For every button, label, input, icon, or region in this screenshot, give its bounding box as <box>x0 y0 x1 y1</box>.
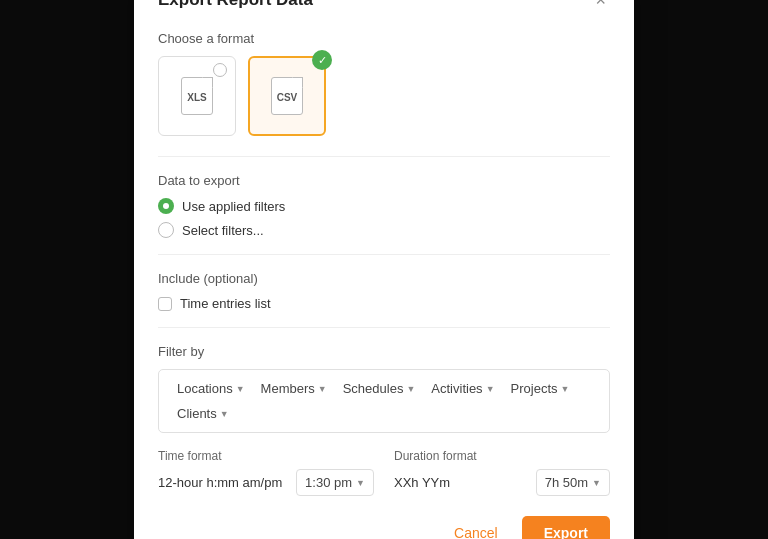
divider-1 <box>158 156 610 157</box>
divider-3 <box>158 327 610 328</box>
time-format-dropdown[interactable]: 1:30 pm ▼ <box>296 469 374 496</box>
xls-icon-wrap: XLS <box>181 77 213 115</box>
time-entries-row: Time entries list <box>158 296 610 311</box>
cancel-button[interactable]: Cancel <box>442 517 510 539</box>
duration-dropdown-chevron: ▼ <box>592 478 601 488</box>
filter-projects[interactable]: Projects ▼ <box>505 378 576 399</box>
duration-format-col: Duration format XXh YYm 7h 50m ▼ <box>394 449 610 496</box>
time-entries-checkbox[interactable] <box>158 297 172 311</box>
format-options: XLS ✓ CSV <box>158 56 610 136</box>
select-filters-row: Select filters... <box>158 222 610 238</box>
format-row: Time format 12-hour h:mm am/pm 1:30 pm ▼… <box>158 449 610 496</box>
applied-filters-label: Use applied filters <box>182 199 285 214</box>
csv-check-badge: ✓ <box>312 50 332 70</box>
format-csv[interactable]: ✓ CSV <box>248 56 326 136</box>
filter-clients[interactable]: Clients ▼ <box>171 403 235 424</box>
schedules-chevron: ▼ <box>406 384 415 394</box>
duration-format-value: XXh YYm <box>394 475 528 490</box>
time-format-col: Time format 12-hour h:mm am/pm 1:30 pm ▼ <box>158 449 374 496</box>
xls-doc-icon: XLS <box>181 77 213 115</box>
close-button[interactable]: × <box>591 0 610 11</box>
time-dropdown-chevron: ▼ <box>356 478 365 488</box>
modal-footer: Cancel Export <box>158 516 610 539</box>
filter-label: Filter by <box>158 344 610 359</box>
duration-format-dropdown[interactable]: 7h 50m ▼ <box>536 469 610 496</box>
csv-label: CSV <box>277 92 298 103</box>
xls-label: XLS <box>187 92 206 103</box>
locations-chevron: ▼ <box>236 384 245 394</box>
filter-locations[interactable]: Locations ▼ <box>171 378 251 399</box>
modal-overlay: Export Report Data × Choose a format XLS… <box>0 0 768 539</box>
csv-doc-icon: CSV <box>271 77 303 115</box>
duration-format-select-row: XXh YYm 7h 50m ▼ <box>394 469 610 496</box>
applied-filters-row: Use applied filters <box>158 198 610 214</box>
filter-members[interactable]: Members ▼ <box>255 378 333 399</box>
format-label: Choose a format <box>158 31 610 46</box>
data-export-label: Data to export <box>158 173 610 188</box>
time-format-select-row: 12-hour h:mm am/pm 1:30 pm ▼ <box>158 469 374 496</box>
members-chevron: ▼ <box>318 384 327 394</box>
projects-chevron: ▼ <box>561 384 570 394</box>
modal-header: Export Report Data × <box>158 0 610 11</box>
clients-chevron: ▼ <box>220 409 229 419</box>
select-filters-radio[interactable] <box>158 222 174 238</box>
activities-chevron: ▼ <box>486 384 495 394</box>
filter-bar: Locations ▼ Members ▼ Schedules ▼ Activi… <box>158 369 610 433</box>
divider-2 <box>158 254 610 255</box>
xls-radio <box>213 63 227 77</box>
filter-schedules[interactable]: Schedules ▼ <box>337 378 422 399</box>
duration-format-label: Duration format <box>394 449 610 463</box>
csv-icon-wrap: CSV <box>271 77 303 115</box>
time-format-value: 12-hour h:mm am/pm <box>158 475 288 490</box>
select-filters-label: Select filters... <box>182 223 264 238</box>
time-entries-label: Time entries list <box>180 296 271 311</box>
filter-activities[interactable]: Activities ▼ <box>425 378 500 399</box>
include-label: Include (optional) <box>158 271 610 286</box>
format-xls[interactable]: XLS <box>158 56 236 136</box>
export-button[interactable]: Export <box>522 516 610 539</box>
applied-filters-radio[interactable] <box>158 198 174 214</box>
export-modal: Export Report Data × Choose a format XLS… <box>134 0 634 539</box>
time-format-label: Time format <box>158 449 374 463</box>
modal-title: Export Report Data <box>158 0 313 10</box>
